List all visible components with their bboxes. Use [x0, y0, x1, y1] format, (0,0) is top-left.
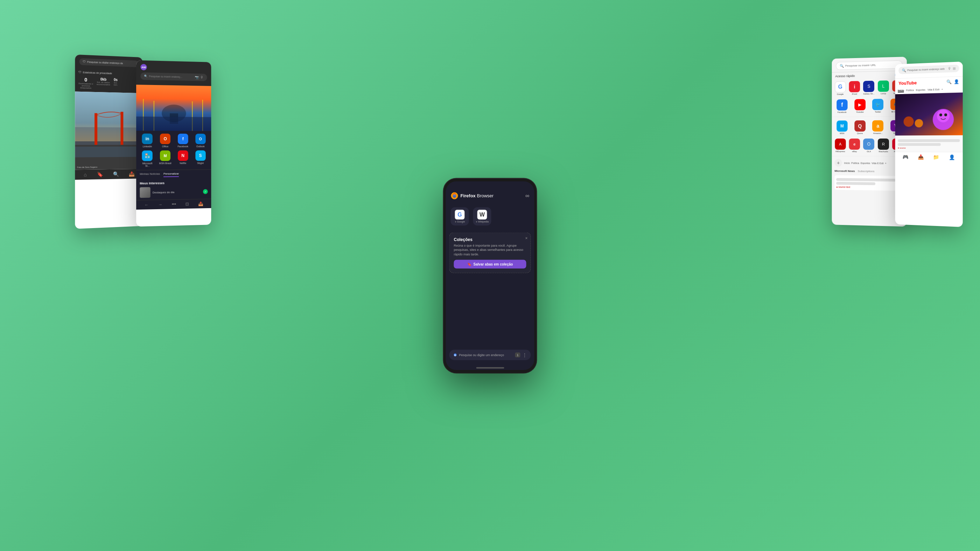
app-twitter-r1[interactable]: 🐦 Twitter: [870, 98, 886, 113]
phone-google-label: Google: [455, 221, 465, 223]
app-linkedin[interactable]: in Linkedin: [140, 133, 155, 148]
yt-tab-vida[interactable]: Vida E Esti: [928, 88, 939, 92]
phone-wiki-shortcut[interactable]: W Wikipedia: [473, 207, 492, 225]
app-quora[interactable]: Q Quora: [852, 120, 867, 134]
more-icon[interactable]: •••: [172, 202, 177, 207]
folder-icon-r2[interactable]: 📁: [933, 154, 939, 160]
second-header: AM 🔍 Pesquisar ou inserir endereç... 📷 🎙: [136, 60, 211, 86]
data-stat: 0kb Est. de dadoseconomizados: [97, 77, 110, 90]
google-mini-icon: G: [453, 353, 457, 356]
olx-icon: O: [864, 138, 875, 150]
yt-tab-add[interactable]: +: [942, 88, 943, 91]
second-bottom-nav[interactable]: ← → ••• ⊡ 📤: [136, 199, 211, 210]
trackers-value: 0: [79, 76, 94, 83]
save-tabs-button[interactable]: 🔖 Salvar abas em coleção: [454, 260, 527, 269]
tabs-icon[interactable]: ⊡: [186, 202, 189, 206]
second-tabs[interactable]: Minhas Notícias Personalizar: [136, 169, 211, 179]
profile-icon-r2[interactable]: 👤: [949, 154, 955, 160]
app-outlook[interactable]: O Outlook: [193, 133, 208, 148]
infinity-icon: ∞: [525, 192, 529, 199]
twitter-icon-r1: 🐦: [872, 98, 883, 110]
app-netflix[interactable]: N Netflix: [175, 151, 190, 167]
app-ifood[interactable]: i iFood: [849, 81, 860, 95]
youtube-icons[interactable]: 🔍 👤: [947, 79, 959, 84]
app-google[interactable]: G Google: [834, 81, 846, 95]
forward-icon[interactable]: →: [158, 202, 162, 207]
menu-dots-icon[interactable]: ⋮: [523, 352, 527, 357]
privacy-stats-section: 🛡 Estatísticas de privacidade 0 Rastread…: [75, 68, 142, 93]
livup-label: LivUp: [881, 92, 886, 94]
app-aliexpress[interactable]: A AliExpress: [834, 138, 846, 152]
search-icon-r2: 🔍: [902, 68, 906, 72]
app-riachuelo[interactable]: R Riachuelo: [877, 138, 889, 152]
left-bottom-nav[interactable]: ⌂ 🔖 🔍 📤: [75, 169, 142, 180]
account-icon-yt[interactable]: 👤: [954, 79, 959, 84]
left-url-bar[interactable]: 🛡 Pesquisar ou digitar endereço da: [80, 58, 138, 67]
tab-esportes[interactable]: Esportes: [861, 162, 870, 164]
close-icon[interactable]: ×: [525, 235, 527, 240]
yt-tab-politics[interactable]: Política: [906, 89, 914, 92]
app-youtube-r1[interactable]: ▶ Youtube: [852, 99, 867, 113]
news-bar-2: [836, 182, 875, 185]
phone-address-bar[interactable]: G Pesquise ou digite um endereço 1 ⋮: [449, 349, 531, 360]
home-icon[interactable]: ⌂: [84, 172, 87, 177]
trackers-label: Rastreadores eanúnciosbloqueados: [79, 82, 94, 89]
search-icon[interactable]: 🔍: [113, 171, 119, 177]
grid-icon[interactable]: ⊞: [953, 67, 956, 70]
app-amazon[interactable]: a Amazon...: [870, 120, 886, 134]
privacy-title: 🛡 Estatísticas de privacidade: [79, 71, 139, 76]
tab-add[interactable]: +: [885, 162, 886, 164]
app-ms-store[interactable]: 🏪 Microsoft St...: [140, 151, 155, 167]
msn-icon-r1: M: [837, 120, 847, 132]
phone-google-shortcut[interactable]: G Google: [451, 207, 469, 225]
app-facebook-r1[interactable]: f Facebook: [834, 99, 850, 113]
phone-bottom-bar: [476, 367, 504, 368]
ms-store-label: Microsoft St...: [140, 162, 155, 167]
tab-vida[interactable]: Vida E Esti: [872, 162, 883, 164]
collections-popup: × Coleções Reúna o que é importante para…: [449, 232, 531, 273]
tab-count[interactable]: 1: [515, 352, 520, 357]
share-icon[interactable]: 📤: [129, 171, 134, 177]
share-icon-2[interactable]: 📤: [198, 201, 204, 206]
yt-tab-sports[interactable]: Esportes: [916, 89, 925, 92]
app-olx[interactable]: O OLX: [863, 138, 875, 152]
phone-screen: Firefox Browser ∞ G Google W Wikipedia: [446, 181, 535, 370]
search-icon-yt[interactable]: 🔍: [947, 79, 951, 84]
tab-inicio[interactable]: Início: [844, 162, 850, 164]
ms-store-icon: 🏪: [142, 151, 153, 161]
news-item[interactable]: Destaques do dia ✓: [140, 186, 208, 198]
ebay-icon: e: [849, 138, 860, 150]
bookmark-icon[interactable]: 🔖: [97, 171, 103, 177]
yt-tab-home[interactable]: Início: [898, 89, 904, 92]
ebay-label: eBay: [852, 151, 857, 152]
right2-url-bar[interactable]: 🔍 Pesquisar ou inserir endereço web 🎙 ⊞: [899, 65, 959, 75]
app-skype[interactable]: S Skype: [193, 151, 208, 167]
app-msn-r1[interactable]: M MSN: [834, 120, 850, 134]
msn-news-item-1[interactable]: ● source text: [834, 175, 904, 191]
inbox-icon-r2[interactable]: 📥: [918, 154, 924, 160]
right2-bottom-nav[interactable]: 🎮 📥 📁 👤: [895, 152, 963, 162]
skype-label: Skype: [197, 162, 204, 164]
tab-politica[interactable]: Política: [851, 162, 859, 164]
app-office[interactable]: O Office: [158, 133, 173, 148]
youtube-icon-r1: ▶: [854, 99, 865, 110]
tab-personalizar[interactable]: Personalizar: [164, 172, 179, 177]
right1-url-bar[interactable]: 🔍 Pesquisar ou inserir URL: [836, 60, 902, 70]
interests-section: Meus Interesses Destaques do dia ✓: [136, 179, 211, 200]
back-icon[interactable]: ←: [145, 202, 149, 207]
app-livup[interactable]: L LivUp: [877, 81, 889, 95]
app-galaxy[interactable]: S Galaxy Sh...: [863, 81, 875, 95]
app-msn[interactable]: M MSN Brasil: [158, 151, 173, 167]
mic-icon[interactable]: 🎙: [200, 76, 204, 79]
privacy-stats: 0 Rastreadores eanúnciosbloqueados 0kb E…: [79, 76, 139, 90]
panel-privacy: 🛡 Pesquisar ou digitar endereço da 🛡 Est…: [75, 55, 142, 229]
second-url-bar[interactable]: 🔍 Pesquisar ou inserir endereç... 📷 🎙: [140, 72, 207, 81]
app-ebay[interactable]: e eBay: [849, 138, 860, 152]
camera-icon[interactable]: 📷: [195, 75, 199, 79]
tab-minhas-noticias[interactable]: Minhas Notícias: [140, 172, 160, 177]
youtube-thumbnail: [895, 92, 963, 135]
app-facebook[interactable]: f Facebook: [175, 133, 190, 148]
add-button[interactable]: +: [834, 159, 842, 167]
mic-icon-r2[interactable]: 🎙: [948, 67, 951, 70]
games-icon-r2[interactable]: 🎮: [903, 154, 908, 160]
